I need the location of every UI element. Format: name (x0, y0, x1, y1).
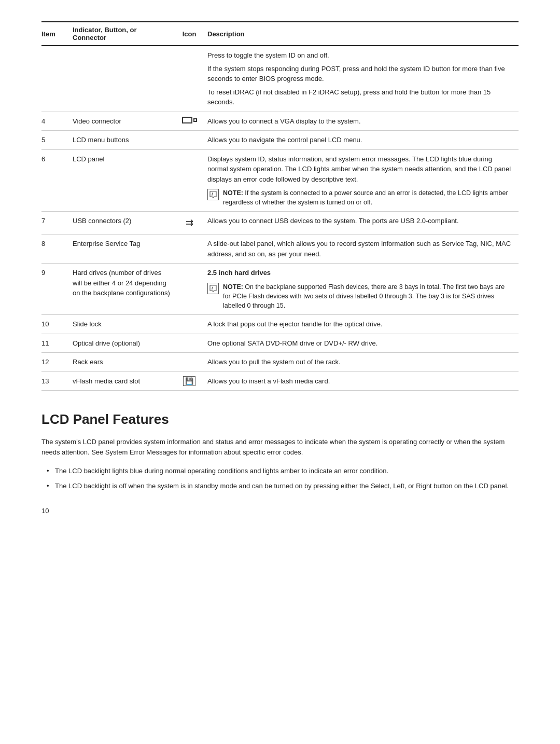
description-line: A lock that pops out the ejector handle … (207, 319, 513, 329)
cell-item: 4 (41, 112, 73, 131)
cell-indicator: USB connectors (2) (73, 212, 176, 235)
description-line: A slide-out label panel, which allows yo… (207, 239, 513, 259)
cell-indicator (73, 46, 176, 112)
cell-indicator: vFlash media card slot (73, 371, 176, 391)
cell-item: 7 (41, 212, 73, 235)
cell-indicator: Hard drives (number of drives will be ei… (73, 264, 176, 315)
svg-text:i: i (212, 285, 213, 291)
lcd-section: LCD Panel Features The system's LCD pane… (41, 411, 519, 491)
note-icon: i (207, 283, 219, 294)
col-header-item: Item (41, 22, 73, 46)
cell-item (41, 46, 73, 112)
usb-connector-icon: ⇉ (186, 217, 193, 228)
cell-indicator: Rack ears (73, 353, 176, 372)
description-line: One optional SATA DVD-ROM drive or DVD+/… (207, 338, 513, 349)
table-row: 9Hard drives (number of drives will be e… (41, 264, 519, 315)
cell-description: Allows you to connect a VGA display to t… (207, 112, 519, 131)
cell-icon (176, 235, 207, 264)
note-text: NOTE: On the backplane supported Flash d… (223, 282, 513, 310)
lcd-section-title: LCD Panel Features (41, 411, 519, 428)
note-block: iNOTE: If the system is connected to a p… (207, 188, 513, 207)
description-line: Press to toggle the system ID on and off… (207, 50, 513, 61)
cell-indicator: Slide lock (73, 315, 176, 334)
cell-description: 2.5 inch hard drivesiNOTE: On the backpl… (207, 264, 519, 315)
lcd-section-body: The system's LCD panel provides system i… (41, 437, 519, 458)
cell-item: 10 (41, 315, 73, 334)
list-item: The LCD backlight lights blue during nor… (47, 466, 519, 476)
cell-item: 8 (41, 235, 73, 264)
col-header-indicator: Indicator, Button, or Connector (73, 22, 176, 46)
video-connector-icon (182, 117, 197, 123)
description-line: Allows you to connect a VGA display to t… (207, 116, 513, 127)
table-row: 11Optical drive (optional)One optional S… (41, 334, 519, 353)
table-row: 10Slide lockA lock that pops out the eje… (41, 315, 519, 334)
cell-icon (176, 112, 207, 131)
description-line: Allows you to insert a vFlash media card… (207, 376, 513, 387)
cell-description: Allows you to insert a vFlash media card… (207, 371, 519, 391)
note-block: iNOTE: On the backplane supported Flash … (207, 282, 513, 310)
cell-description: Press to toggle the system ID on and off… (207, 46, 519, 112)
cell-icon (176, 264, 207, 315)
cell-icon (176, 46, 207, 112)
cell-indicator: Enterprise Service Tag (73, 235, 176, 264)
table-row: 12Rack earsAllows you to pull the system… (41, 353, 519, 372)
bold-label: 2.5 inch hard drives (207, 268, 513, 278)
description-line: Displays system ID, status information, … (207, 154, 513, 185)
svg-text:i: i (212, 191, 213, 197)
cell-icon (176, 131, 207, 150)
cell-icon (176, 334, 207, 353)
vflash-icon: 💾 (183, 376, 195, 386)
table-row: 6LCD panelDisplays system ID, status inf… (41, 149, 519, 212)
cell-indicator: Optical drive (optional) (73, 334, 176, 353)
table-row: 8Enterprise Service TagA slide-out label… (41, 235, 519, 264)
description-line: If the system stops responding during PO… (207, 64, 513, 84)
cell-description: A lock that pops out the ejector handle … (207, 315, 519, 334)
cell-item: 5 (41, 131, 73, 150)
description-line: Allows you to connect USB devices to the… (207, 216, 513, 226)
cell-item: 9 (41, 264, 73, 315)
cell-item: 13 (41, 371, 73, 391)
note-text: NOTE: If the system is connected to a po… (223, 188, 513, 207)
cell-description: A slide-out label panel, which allows yo… (207, 235, 519, 264)
cell-description: Allows you to navigate the control panel… (207, 131, 519, 150)
cell-description: Allows you to connect USB devices to the… (207, 212, 519, 235)
lcd-bullet-list: The LCD backlight lights blue during nor… (41, 466, 519, 491)
list-item: The LCD backlight is off when the system… (47, 481, 519, 491)
col-header-description: Description (207, 22, 519, 46)
table-row: 13vFlash media card slot💾Allows you to i… (41, 371, 519, 391)
cell-indicator: LCD menu buttons (73, 131, 176, 150)
features-table: Item Indicator, Button, or Connector Ico… (41, 21, 519, 391)
description-line: Allows you to pull the system out of the… (207, 357, 513, 367)
cell-icon: ⇉ (176, 212, 207, 235)
cell-icon (176, 353, 207, 372)
col-header-icon: Icon (176, 22, 207, 46)
cell-icon: 💾 (176, 371, 207, 391)
cell-description: Allows you to pull the system out of the… (207, 353, 519, 372)
table-row: 7USB connectors (2)⇉Allows you to connec… (41, 212, 519, 235)
page-number: 10 (41, 507, 519, 515)
table-row: 5LCD menu buttonsAllows you to navigate … (41, 131, 519, 150)
cell-item: 12 (41, 353, 73, 372)
cell-item: 6 (41, 149, 73, 212)
cell-icon (176, 149, 207, 212)
description-line: Allows you to navigate the control panel… (207, 135, 513, 145)
cell-item: 11 (41, 334, 73, 353)
description-line: To reset iDRAC (if not disabled in F2 iD… (207, 87, 513, 107)
cell-description: Displays system ID, status information, … (207, 149, 519, 212)
cell-description: One optional SATA DVD-ROM drive or DVD+/… (207, 334, 519, 353)
cell-indicator: LCD panel (73, 149, 176, 212)
table-row: 4Video connector Allows you to connect a… (41, 112, 519, 131)
table-row: Press to toggle the system ID on and off… (41, 46, 519, 112)
note-icon: i (207, 189, 219, 200)
cell-indicator: Video connector (73, 112, 176, 131)
cell-icon (176, 315, 207, 334)
